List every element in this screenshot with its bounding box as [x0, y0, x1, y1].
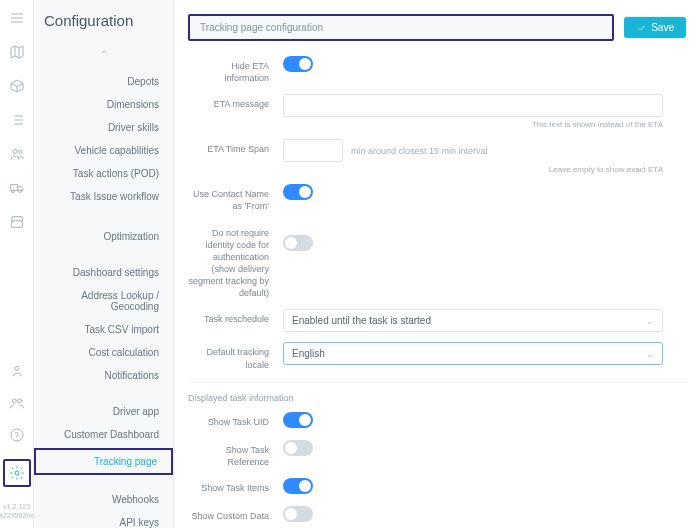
check-icon — [636, 23, 646, 33]
toggle-contact-from[interactable] — [283, 184, 313, 200]
drivers-icon[interactable] — [9, 363, 25, 379]
config-sidebar: Configuration ⌃ Depots Dimensions Driver… — [34, 0, 174, 528]
label-eta-msg: ETA message — [188, 94, 283, 110]
label-show-custom: Show Custom Data — [188, 506, 283, 522]
input-eta-msg[interactable] — [283, 94, 663, 117]
toggle-no-auth[interactable] — [283, 235, 313, 251]
sidebar-item-task-actions[interactable]: Task actions (POD) — [34, 162, 173, 185]
label-no-auth: Do not require identity code for authent… — [188, 223, 283, 300]
sidebar-item-api-keys[interactable]: API keys — [34, 511, 173, 528]
sidebar-item-dashboard-settings[interactable]: Dashboard settings — [34, 261, 173, 284]
sidebar-item-webhooks[interactable]: Webhooks — [34, 488, 173, 511]
sidebar-item-task-issue-workflow[interactable]: Task Issue workflow — [34, 185, 173, 208]
svg-point-1 — [18, 150, 21, 153]
label-contact-from: Use Contact Name as 'From' — [188, 184, 283, 212]
sidebar-item-customer-dashboard[interactable]: Customer Dashboard — [34, 423, 173, 446]
save-button-label: Save — [651, 22, 674, 33]
nav-rail: v1.2.123a229592be — [0, 0, 34, 528]
label-show-ref: Show Task Reference — [188, 440, 283, 468]
main-panel: Tracking page configuration Save Hide ET… — [174, 0, 700, 528]
sidebar-item-cost-calc[interactable]: Cost calculation — [34, 341, 173, 364]
input-eta-span[interactable] — [283, 139, 343, 162]
label-show-items: Show Task Items — [188, 478, 283, 494]
select-resched[interactable]: Enabled until the task is started ⌄ — [283, 309, 663, 332]
store-icon[interactable] — [9, 214, 25, 230]
toggle-hide-eta[interactable] — [283, 56, 313, 72]
team-icon[interactable] — [9, 395, 25, 411]
subhead-displayed-info: Displayed task information — [188, 382, 686, 407]
users-icon[interactable] — [9, 146, 25, 162]
hint-eta-span: Leave empty to show exact ETA — [283, 162, 663, 174]
svg-point-2 — [15, 367, 19, 371]
section-title: Tracking page configuration — [188, 14, 614, 41]
save-button[interactable]: Save — [624, 17, 686, 38]
sidebar-item-dimensions[interactable]: Dimensions — [34, 93, 173, 116]
toggle-show-uid[interactable] — [283, 412, 313, 428]
label-locale: Default tracking locale — [188, 342, 283, 370]
help-icon[interactable] — [9, 427, 25, 443]
label-hide-eta: Hide ETA information — [188, 56, 283, 84]
sidebar-item-depots[interactable]: Depots — [34, 70, 173, 93]
hint-eta-msg: This text is shown instead of the ETA — [283, 117, 663, 129]
version-label: v1.2.123a229592be — [0, 503, 34, 520]
label-resched: Task reschedule — [188, 309, 283, 325]
chevron-down-icon: ⌄ — [646, 349, 654, 359]
chevron-up-icon[interactable]: ⌃ — [34, 45, 173, 70]
sidebar-item-vehicle-capabilities[interactable]: Vehicle capabilities — [34, 139, 173, 162]
label-eta-span: ETA Time Span — [188, 139, 283, 155]
gear-icon[interactable] — [9, 465, 25, 481]
inline-hint-eta-span: min around closest 15 min interval — [343, 146, 488, 156]
chevron-down-icon: ⌄ — [646, 316, 654, 326]
svg-point-6 — [15, 471, 19, 475]
label-show-uid: Show Task UID — [188, 412, 283, 428]
list-icon[interactable] — [9, 112, 25, 128]
sidebar-item-optimization[interactable]: Optimization — [34, 221, 173, 248]
select-locale[interactable]: English ⌄ — [283, 342, 663, 365]
map-icon[interactable] — [9, 44, 25, 60]
select-locale-value: English — [292, 348, 325, 359]
page-title: Configuration — [34, 0, 173, 45]
sidebar-item-notifications[interactable]: Notifications — [34, 364, 173, 387]
menu-icon[interactable] — [9, 10, 25, 26]
settings-highlight — [3, 459, 31, 487]
sidebar-item-task-csv[interactable]: Task CSV import — [34, 318, 173, 341]
sidebar-item-tracking-page[interactable]: Tracking page — [34, 448, 173, 475]
svg-point-0 — [13, 149, 17, 153]
toggle-show-items[interactable] — [283, 478, 313, 494]
box-icon[interactable] — [9, 78, 25, 94]
sidebar-item-driver-skills[interactable]: Driver skills — [34, 116, 173, 139]
toggle-show-ref[interactable] — [283, 440, 313, 456]
sidebar-item-driver-app[interactable]: Driver app — [34, 400, 173, 423]
svg-point-3 — [12, 399, 16, 403]
toggle-show-custom[interactable] — [283, 506, 313, 522]
select-resched-value: Enabled until the task is started — [292, 315, 431, 326]
sidebar-item-address-lookup[interactable]: Address Lookup / Geocoding — [34, 284, 173, 318]
svg-point-4 — [17, 399, 21, 403]
truck-icon[interactable] — [9, 180, 25, 196]
